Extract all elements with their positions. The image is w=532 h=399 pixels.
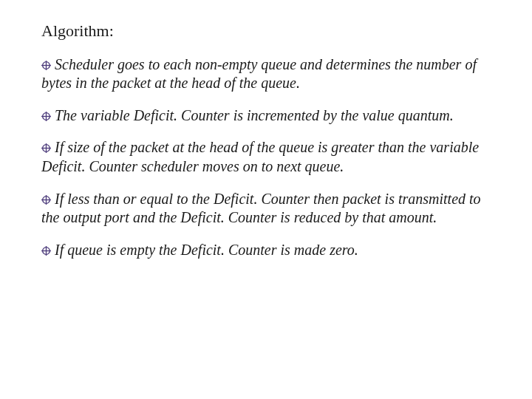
crosshair-icon [41, 106, 55, 126]
bullet-text: If less than or equal to the Deficit. Co… [41, 191, 481, 226]
bullet-text: If queue is empty the Deficit. Counter i… [55, 242, 358, 258]
bullet-text: The variable Deficit. Counter is increme… [55, 107, 454, 123]
bullet-item: If size of the packet at the head of the… [41, 138, 491, 176]
bullet-item: Scheduler goes to each non-empty queue a… [41, 55, 491, 93]
bullet-item: The variable Deficit. Counter is increme… [41, 106, 491, 126]
crosshair-icon [41, 55, 55, 75]
bullet-text: If size of the packet at the head of the… [41, 139, 479, 174]
slide-title: Algorithm: [41, 21, 491, 42]
crosshair-icon [41, 241, 55, 260]
bullet-text: Scheduler goes to each non-empty queue a… [41, 56, 477, 92]
bullet-item: If less than or equal to the Deficit. Co… [41, 190, 491, 228]
crosshair-icon [41, 190, 55, 209]
slide: Algorithm: Scheduler goes to each non-em… [0, 0, 532, 399]
bullet-item: If queue is empty the Deficit. Counter i… [41, 241, 491, 260]
crosshair-icon [41, 138, 55, 157]
